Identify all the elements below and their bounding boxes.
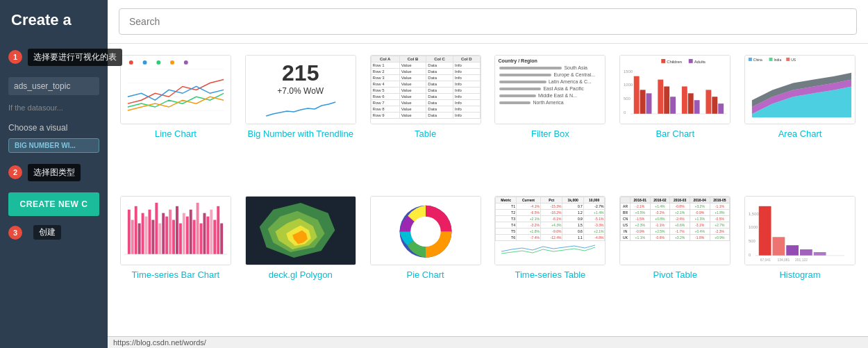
- svg-rect-30: [718, 103, 724, 114]
- bignumber-value: 215: [282, 60, 319, 86]
- chart-item-bar[interactable]: 0 500 1000 1500 Children Adults: [612, 49, 737, 190]
- chart-thumb-pivot: 2016-012016-022016-032016-042016-05 AR-2…: [619, 196, 731, 265]
- svg-rect-21: [646, 93, 652, 114]
- svg-rect-49: [148, 210, 151, 254]
- svg-rect-57: [176, 206, 178, 254]
- datasource-info: If the datasour...: [0, 101, 108, 115]
- svg-rect-27: [694, 100, 700, 114]
- main-panel: Line Chart 215 +7.0% WoW Big Number with…: [108, 0, 868, 348]
- svg-rect-20: [640, 90, 646, 114]
- sidebar: Create a 1 选择要进行可视化的表 ads_user_topic If …: [0, 0, 108, 348]
- svg-text:1000: 1000: [749, 226, 758, 230]
- create-new-button[interactable]: CREATE NEW C: [8, 192, 99, 216]
- chart-label-table: Table: [415, 129, 436, 139]
- svg-text:500: 500: [749, 239, 756, 243]
- svg-rect-58: [179, 224, 182, 254]
- svg-text:500: 500: [624, 97, 631, 101]
- chart-item-pie[interactable]: Pie Chart: [363, 190, 488, 331]
- chart-thumb-bar: 0 500 1000 1500 Children Adults: [619, 55, 731, 124]
- svg-rect-52: [158, 224, 161, 254]
- svg-rect-64: [199, 224, 202, 254]
- chart-thumb-deckgl: [245, 196, 356, 265]
- svg-text:India: India: [774, 58, 782, 62]
- svg-rect-90: [814, 252, 826, 256]
- svg-rect-88: [786, 245, 799, 256]
- svg-rect-70: [220, 224, 223, 254]
- chart-thumb-table: Col ACol BCol CCol D Row 1ValueDataInfo …: [370, 55, 481, 124]
- svg-rect-22: [658, 79, 664, 113]
- svg-rect-46: [138, 224, 141, 254]
- chart-label-tsbar: Time-series Bar Chart: [132, 270, 220, 280]
- svg-text:134,081: 134,081: [777, 258, 790, 262]
- choose-visual-label: Choose a visual: [0, 120, 108, 135]
- chart-label-tstable: Time-series Table: [515, 270, 585, 280]
- datasource-label[interactable]: ads_user_topic: [8, 77, 99, 95]
- svg-point-9: [184, 60, 188, 65]
- svg-text:1500: 1500: [624, 69, 633, 73]
- step-2-tooltip: 选择图类型: [28, 164, 81, 181]
- step-1-tooltip: 选择要进行可视化的表: [28, 49, 122, 66]
- svg-rect-53: [162, 213, 165, 254]
- sidebar-title: Create a: [0, 11, 108, 43]
- chart-thumb-tstable: MetricCurrentPct1k,00010,000 T1-4.1%-15.…: [494, 196, 606, 265]
- chart-item-filterbox[interactable]: Country / Region South Asia Europe & Cen…: [487, 49, 612, 190]
- svg-rect-89: [800, 249, 812, 256]
- chart-label-area: Area Chart: [778, 129, 822, 139]
- svg-rect-67: [210, 210, 212, 254]
- sidebar-step-3: 3 创建: [0, 222, 108, 242]
- chart-item-histogram[interactable]: 0 500 1000 1,500 67,041 134,081 201,122: [737, 190, 862, 331]
- search-container: [108, 0, 868, 44]
- svg-rect-50: [151, 220, 154, 254]
- svg-rect-51: [155, 203, 158, 254]
- chart-item-pivot[interactable]: 2016-012016-022016-032016-042016-05 AR-2…: [612, 190, 737, 331]
- chart-thumb-tsbar: [120, 196, 231, 265]
- svg-rect-0: [121, 56, 231, 124]
- svg-text:67,041: 67,041: [760, 258, 771, 262]
- svg-rect-86: [759, 206, 771, 256]
- chart-item-table[interactable]: Col ACol BCol CCol D Row 1ValueDataInfo …: [363, 49, 488, 190]
- chart-label-pie: Pie Chart: [406, 270, 444, 280]
- chart-item-line[interactable]: Line Chart: [113, 49, 238, 190]
- svg-rect-59: [183, 213, 185, 254]
- chart-item-tstable[interactable]: MetricCurrentPct1k,00010,000 T1-4.1%-15.…: [487, 190, 612, 331]
- chart-thumb-pie: [370, 196, 481, 265]
- svg-text:1000: 1000: [624, 83, 633, 87]
- chart-thumb-bignumber: 215 +7.0% WoW: [245, 55, 356, 124]
- step-badge-3: 3: [8, 226, 22, 240]
- chart-item-deckgl[interactable]: deck.gl Polygon: [238, 190, 363, 331]
- svg-rect-55: [169, 210, 172, 254]
- svg-rect-24: [670, 97, 676, 114]
- svg-text:China: China: [753, 58, 762, 62]
- chart-item-area[interactable]: China India US Area Chart: [737, 49, 862, 190]
- svg-rect-61: [190, 210, 192, 254]
- svg-point-6: [143, 60, 147, 65]
- svg-text:US: US: [791, 58, 796, 62]
- chart-item-tsbar[interactable]: Time-series Bar Chart: [113, 190, 238, 331]
- svg-rect-19: [634, 76, 640, 113]
- visual-type-badge[interactable]: BIG NUMBER WI...: [8, 138, 99, 153]
- search-input[interactable]: [119, 8, 857, 35]
- svg-rect-47: [142, 213, 144, 254]
- svg-rect-44: [131, 220, 134, 254]
- sidebar-step-1: 1 选择要进行可视化的表: [0, 43, 108, 72]
- svg-rect-87: [773, 237, 785, 256]
- svg-rect-63: [197, 203, 199, 254]
- svg-rect-54: [165, 217, 168, 254]
- chart-label-bar: Bar Chart: [656, 129, 694, 139]
- svg-rect-48: [144, 217, 147, 254]
- svg-rect-37: [786, 58, 790, 61]
- chart-label-deckgl: deck.gl Polygon: [269, 270, 333, 280]
- chart-thumb-area: China India US: [744, 55, 856, 124]
- svg-rect-69: [217, 206, 219, 254]
- step-3-label: 创建: [33, 225, 61, 240]
- chart-grid: Line Chart 215 +7.0% WoW Big Number with…: [108, 44, 868, 336]
- chart-thumb-filterbox: Country / Region South Asia Europe & Cen…: [494, 55, 606, 124]
- svg-point-5: [129, 60, 133, 65]
- svg-rect-43: [128, 210, 131, 254]
- step-badge-2: 2: [8, 165, 22, 179]
- svg-rect-68: [213, 220, 216, 254]
- bignumber-trend: +7.0% WoW: [277, 86, 324, 96]
- svg-point-7: [156, 60, 160, 65]
- chart-item-bignumber[interactable]: 215 +7.0% WoW Big Number with Trendline: [238, 49, 363, 190]
- chart-label-filterbox: Filter Box: [531, 129, 569, 139]
